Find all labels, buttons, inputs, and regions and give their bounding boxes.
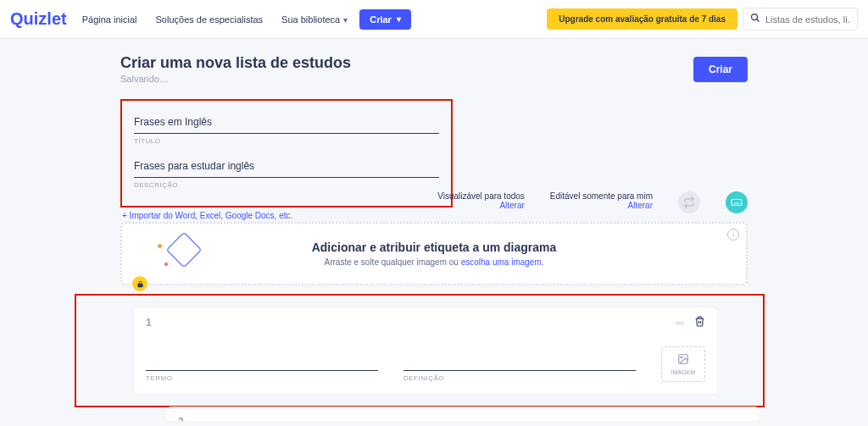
- main-content: Criar uma nova lista de estudos Salvando…: [120, 39, 748, 421]
- definition-input[interactable]: [403, 354, 636, 371]
- drag-handle-icon[interactable]: ═: [676, 316, 682, 329]
- desc-field-group: DESCRIÇÃO: [134, 155, 439, 189]
- term-card-1: 1 ═ TERMO DEFINIÇÃO: [134, 307, 717, 394]
- diagram-sub-suffix: .: [542, 257, 544, 267]
- term-input-col: TERMO: [146, 354, 378, 382]
- term-number: 2: [178, 416, 748, 421]
- svg-rect-2: [732, 200, 742, 206]
- app-header: Quizlet Página inicial Soluções de espec…: [0, 0, 868, 39]
- svg-line-1: [757, 19, 760, 22]
- term-label: TERMO: [146, 374, 378, 382]
- choose-image-link[interactable]: escolha uma imagem: [461, 257, 542, 267]
- delete-term-icon[interactable]: [694, 316, 705, 329]
- nav-library[interactable]: Sua biblioteca: [275, 14, 354, 25]
- info-icon[interactable]: i: [727, 229, 739, 241]
- search-icon: [750, 13, 760, 25]
- search-input[interactable]: [765, 14, 850, 25]
- upgrade-button[interactable]: Upgrade com avaliação gratuita de 7 dias: [547, 8, 737, 30]
- nav-home[interactable]: Página inicial: [75, 14, 144, 25]
- create-set-button[interactable]: Criar: [693, 57, 748, 82]
- search-box[interactable]: [743, 8, 858, 30]
- image-icon: [676, 353, 690, 368]
- set-description-input[interactable]: [134, 155, 439, 178]
- saving-status: Salvando…: [120, 74, 351, 84]
- visibility-edit-block: Editável somente para mim Alterar: [550, 191, 653, 210]
- title-label: TÍTULO: [134, 137, 439, 145]
- term-header: 1 ═: [134, 307, 717, 338]
- definition-input-col: DEFINIÇÃO: [403, 354, 636, 382]
- term-input[interactable]: [146, 354, 378, 371]
- decorative-dot-icon: [164, 263, 168, 266]
- image-slot-label: IMAGEM: [671, 369, 695, 375]
- page-title-row: Criar uma nova lista de estudos Salvando…: [120, 54, 748, 84]
- decorative-dot-icon: [158, 244, 162, 248]
- visibility-edit-change[interactable]: Alterar: [550, 201, 653, 210]
- svg-point-9: [681, 357, 682, 358]
- terms-box: 1 ═ TERMO DEFINIÇÃO: [75, 294, 765, 407]
- keyboard-button[interactable]: [726, 191, 748, 213]
- lock-icon: [132, 276, 147, 291]
- page-title: Criar uma nova lista de estudos: [120, 54, 351, 72]
- swap-button[interactable]: [678, 191, 700, 213]
- desc-label: DESCRIÇÃO: [134, 181, 439, 189]
- svg-point-0: [752, 14, 758, 20]
- visibility-edit-label: Editável somente para mim: [550, 191, 653, 201]
- visibility-view-label: Visualizável para todos: [437, 191, 525, 201]
- visibility-view-block: Visualizável para todos Alterar: [437, 191, 525, 210]
- diagram-title: Adicionar e atribuir etiqueta a um diagr…: [139, 241, 729, 254]
- nav-solutions[interactable]: Soluções de especialistas: [149, 14, 270, 25]
- add-image-slot[interactable]: IMAGEM: [661, 346, 705, 382]
- term-card-2: 2: [166, 407, 760, 421]
- diagram-subtitle: Arraste e solte qualquer imagem ou escol…: [139, 257, 729, 267]
- definition-label: DEFINIÇÃO: [403, 374, 636, 382]
- diagram-sub-prefix: Arraste e solte qualquer imagem ou: [324, 257, 460, 267]
- title-field-group: TÍTULO: [134, 111, 439, 145]
- diagram-card: i Adicionar e atribuir etiqueta a um dia…: [120, 222, 748, 285]
- set-title-input[interactable]: [134, 111, 439, 134]
- logo[interactable]: Quizlet: [10, 9, 67, 29]
- nav-create-label: Criar: [370, 14, 392, 25]
- term-number: 1: [146, 317, 152, 329]
- chevron-down-icon: ▾: [397, 14, 401, 24]
- visibility-view-change[interactable]: Alterar: [437, 201, 525, 210]
- nav-create-button[interactable]: Criar ▾: [359, 9, 411, 30]
